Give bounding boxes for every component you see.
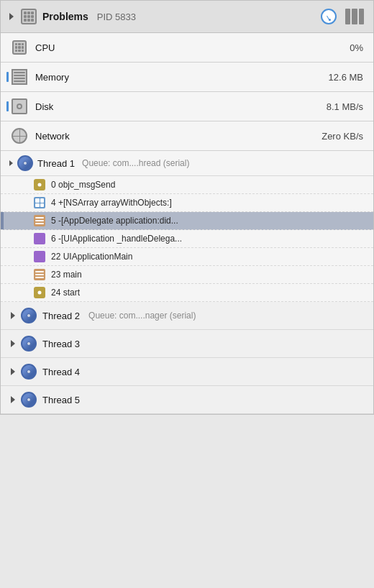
thread1-expand-arrow	[9, 160, 13, 166]
panel-title: Problems	[42, 11, 88, 22]
thread4-expand-arrow	[11, 368, 15, 375]
columns-icon	[345, 9, 364, 24]
thread2-spool-icon	[21, 308, 37, 323]
network-icon-metric	[11, 127, 28, 144]
speedometer-icon	[321, 9, 337, 24]
thread1-spool-icon	[17, 155, 33, 171]
frame-0-icon	[34, 179, 45, 190]
thread2-expand-arrow	[11, 312, 15, 319]
frame-5[interactable]: 5 -[AppDelegate application:did...	[1, 212, 373, 230]
thread5-expand-arrow	[11, 396, 15, 403]
speedometer-button[interactable]	[319, 6, 339, 27]
cpu-value: 0%	[350, 42, 363, 53]
problems-icon	[21, 9, 37, 24]
thread5-spool-icon	[21, 392, 37, 408]
main-panel: Problems PID 5833	[0, 0, 374, 415]
thread2-name: Thread 2	[42, 311, 80, 321]
memory-value: 12.6 MB	[329, 72, 363, 83]
frame-6[interactable]: 6 -[UIApplication _handleDelega...	[1, 230, 373, 248]
frame-4-icon	[34, 197, 45, 208]
thread3-spool-icon	[21, 336, 37, 352]
thread3-row[interactable]: Thread 3	[1, 330, 373, 358]
network-value: Zero KB/s	[321, 131, 363, 142]
thread1-section: Thread 1 Queue: com....hread (serial) 0 …	[1, 151, 373, 302]
header: Problems PID 5833	[1, 1, 373, 33]
memory-label: Memory	[35, 72, 321, 83]
thread1-header[interactable]: Thread 1 Queue: com....hread (serial)	[1, 151, 373, 176]
memory-icon-metric	[11, 68, 28, 86]
disk-label: Disk	[35, 101, 319, 112]
thread4-spool-icon	[21, 364, 37, 380]
frame-0[interactable]: 0 objc_msgSend	[1, 176, 373, 194]
thread5-name: Thread 5	[42, 395, 80, 405]
pid-label: PID 5833	[97, 12, 136, 22]
disk-metric-row: Disk 8.1 MB/s	[1, 92, 373, 121]
frame-23-label: 23 main	[51, 270, 82, 280]
thread2-queue: Queue: com....nager (serial)	[88, 311, 196, 321]
thread2-row[interactable]: Thread 2 Queue: com....nager (serial)	[1, 302, 373, 330]
cpu-label: CPU	[35, 42, 342, 53]
svg-point-1	[38, 291, 42, 295]
network-metric-row: Network Zero KB/s	[1, 121, 373, 151]
frame-5-label: 5 -[AppDelegate application:did...	[51, 216, 178, 226]
frame-22[interactable]: 22 UIApplicationMain	[1, 248, 373, 266]
svg-point-0	[38, 183, 42, 187]
thread1-name: Thread 1	[37, 158, 75, 169]
frame-4-label: 4 +[NSArray arrayWithObjects:]	[51, 198, 172, 208]
network-label: Network	[35, 131, 314, 142]
disk-value: 8.1 MB/s	[327, 101, 363, 112]
thread3-expand-arrow	[11, 340, 15, 347]
columns-button[interactable]	[345, 6, 365, 27]
frame-24[interactable]: 24 start	[1, 284, 373, 302]
frame-23[interactable]: 23 main	[1, 266, 373, 284]
thread3-name: Thread 3	[42, 339, 80, 349]
frame-22-icon	[34, 251, 45, 262]
collapse-triangle[interactable]	[9, 13, 14, 20]
thread4-row[interactable]: Thread 4	[1, 358, 373, 386]
frame-6-icon	[34, 233, 45, 244]
thread5-row[interactable]: Thread 5	[1, 386, 373, 414]
frame-4[interactable]: 4 +[NSArray arrayWithObjects:]	[1, 194, 373, 212]
frame-23-icon	[34, 269, 45, 280]
frame-5-icon	[34, 215, 45, 226]
frame-0-label: 0 objc_msgSend	[51, 180, 115, 190]
memory-bar-indicator	[6, 72, 9, 82]
frame-24-icon	[34, 287, 45, 298]
frame-6-label: 6 -[UIApplication _handleDelega...	[51, 234, 182, 244]
frame-22-label: 22 UIApplicationMain	[51, 252, 132, 262]
needle-dot	[329, 19, 331, 21]
disk-bar-indicator	[6, 101, 9, 111]
thread1-frames: 0 objc_msgSend 4 +[NSArray arrayWithObje…	[1, 176, 373, 302]
thread4-name: Thread 4	[42, 367, 80, 377]
memory-metric-row: Memory 12.6 MB	[1, 63, 373, 92]
disk-icon-metric	[11, 98, 28, 115]
frame-24-label: 24 start	[51, 288, 80, 298]
cpu-metric-row: CPU 0%	[1, 33, 373, 63]
thread1-queue: Queue: com....hread (serial)	[82, 158, 189, 168]
cpu-icon-metric	[11, 39, 28, 56]
